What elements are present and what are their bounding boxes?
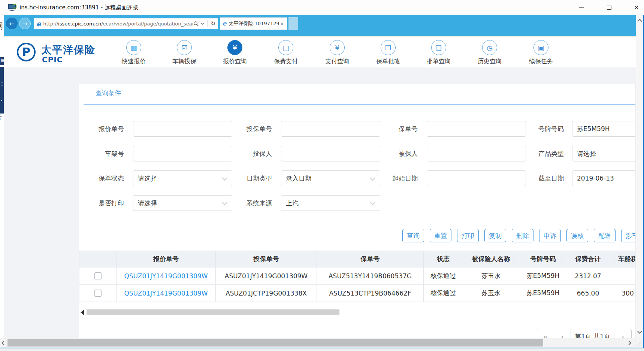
copy-check-icon: ❐ [381, 40, 396, 55]
system-source-select[interactable]: 上汽 [281, 195, 380, 211]
table-row: QSUZ01JY1419G001309W ASUZ01JY1419G001309… [79, 267, 636, 285]
brand-name: 太平洋保险 [41, 43, 96, 57]
resize-grip-icon[interactable] [637, 341, 641, 345]
status-cell: 核保通过 [424, 267, 463, 285]
browser-tab[interactable]: e 太平洋保险:10197129743... × [220, 17, 287, 30]
nav-item-payment-search[interactable]: ¥ 支付查询 [315, 40, 360, 66]
insured-name-cell: 苏玉永 [463, 285, 519, 302]
nav-item-history-search[interactable]: ◷ 历史查询 [467, 40, 512, 66]
clipboard-yen-icon: ¥ [227, 40, 242, 55]
quote-no-link[interactable]: QSUZ01JY1419G001309W [117, 285, 216, 302]
new-tab-button[interactable] [288, 17, 298, 30]
tab-close-icon[interactable]: × [279, 21, 285, 27]
nav-item-vehicle-insure[interactable]: ☑ 车辆投保 [162, 40, 207, 66]
column-header: 报价单号 [117, 251, 216, 267]
field-label: 起始日期 [360, 170, 418, 186]
plate-no-cell: 苏E5M59H [519, 267, 567, 285]
rdp-titlebar: ins.hc-insurance.com:33891 - 远程桌面连接 ✕ [0, 0, 644, 15]
nav-item-endorse-search[interactable]: ❏ 批单查询 [416, 40, 461, 66]
fragment-char: 网 [0, 21, 4, 31]
minimize-button[interactable] [572, 1, 590, 13]
browser-chrome: ← → e http://issue.cpic.com.cn/ecar/view… [4, 15, 636, 36]
scrollbar-thumb[interactable] [7, 339, 543, 347]
back-button[interactable]: ← [6, 18, 18, 29]
premium-total-cell: 665.00 [567, 285, 609, 302]
vehicle-tax-cell: 300 [609, 285, 636, 302]
field-label: 截至日期 [506, 170, 564, 186]
divider [79, 217, 636, 217]
plate-no-input[interactable]: 苏E5M59H [572, 121, 636, 137]
maximize-button[interactable] [601, 1, 618, 13]
remote-desktop-icon [7, 3, 16, 12]
nav-item-premium-pay[interactable]: ▤ 保费支付 [263, 40, 308, 66]
results-table: 报价单号 投保单号 保单号 状态 被保险人名称 号牌号码 保费合计 车船税 QS… [79, 251, 636, 302]
column-header: 保单号 [317, 251, 424, 267]
ie-tab-icon: e [223, 20, 226, 27]
application-no-cell: ASUZ01JCTP19G001338X [216, 285, 317, 302]
application-no-cell: ASUZ01JY1419G001309W [216, 267, 317, 285]
refresh-icon[interactable]: ↻ [211, 20, 215, 27]
field-label: 被保人 [360, 146, 418, 161]
nav-item-renewal-tasks[interactable]: ▣ 续保任务 [518, 40, 563, 66]
scroll-down-icon[interactable] [637, 329, 642, 334]
forward-button[interactable]: → [19, 18, 31, 29]
brand-abbr: CPIC [42, 55, 63, 64]
field-label: 产品类型 [506, 146, 564, 161]
vehicle-case-button[interactable]: 涉车 [621, 229, 636, 242]
nav-item-policy-endorse[interactable]: ❐ 保单批改 [366, 40, 411, 66]
minimize-icon [579, 7, 584, 8]
product-type-select[interactable]: 请选择 [572, 146, 636, 161]
scrollbar-thumb[interactable] [87, 309, 339, 315]
table-header-row: 报价单号 投保单号 保单号 状态 被保险人名称 号牌号码 保费合计 车船税 [79, 251, 636, 267]
quote-no-link[interactable]: QSUZ01JY1419G001309W [117, 267, 216, 285]
insured-name-cell: 苏玉永 [463, 267, 519, 285]
close-button[interactable]: ✕ [628, 1, 644, 13]
rdp-vertical-scrollbar[interactable] [636, 15, 643, 338]
section-title: 查询条件 [96, 89, 121, 97]
back-icon: ← [9, 20, 14, 27]
search-dropdown-icon[interactable] [201, 22, 204, 25]
delivery-button[interactable]: 配送 [594, 229, 616, 242]
ie-logo-icon: e [36, 20, 41, 28]
column-header: 被保险人名称 [463, 251, 519, 267]
end-date-input[interactable]: 2019-06-13 [572, 170, 636, 186]
url-text: http://issue.cpic.com.cn/ecar/view/porta… [43, 21, 193, 27]
mischeck-button[interactable]: 误核 [566, 229, 588, 242]
scroll-right-icon[interactable] [626, 341, 631, 345]
divider [102, 42, 102, 63]
rdp-horizontal-scrollbar[interactable] [0, 338, 644, 348]
appeal-button[interactable]: 申诉 [539, 229, 561, 242]
fragment-char: 舌 [0, 113, 4, 122]
scroll-left-icon[interactable] [81, 310, 84, 315]
row-checkbox[interactable] [94, 272, 102, 279]
calendar-check-icon: ▣ [533, 40, 548, 55]
query-button[interactable]: 查询 [402, 229, 424, 242]
host-desktop-edge [0, 348, 644, 351]
search-icon[interactable] [193, 21, 199, 27]
checkbox-column-header [79, 251, 117, 267]
fragment-tile: 目 [0, 57, 4, 65]
reset-button[interactable]: 重置 [430, 229, 451, 242]
policy-no-cell: ASUZ513CTP19B064662F [317, 285, 424, 302]
nav-item-quick-quote[interactable]: ▦ 快速报价 [111, 40, 156, 66]
address-bar[interactable]: e http://issue.cpic.com.cn/ecar/view/por… [34, 18, 218, 29]
print-button[interactable]: 打印 [457, 229, 479, 242]
column-header: 车船税 [609, 251, 636, 267]
delete-button[interactable]: 删除 [512, 229, 533, 242]
field-label: 系统来源 [214, 195, 272, 211]
vehicle-tax-cell [609, 267, 636, 285]
clock-icon: ◷ [482, 40, 497, 55]
copy-button[interactable]: 复制 [484, 229, 506, 242]
scroll-left-icon[interactable] [1, 341, 6, 345]
cpic-logo-icon: P [16, 42, 36, 62]
table-scrollbar[interactable] [79, 309, 636, 315]
site-header: P 太平洋保险 CPIC ▦ 快速报价 ☑ 车辆投保 ¥ 报价查询 ▤ 保费支付… [4, 36, 636, 67]
field-label: 日期类型 [214, 170, 272, 186]
scroll-up-icon[interactable] [637, 19, 642, 24]
nav-item-quote-search[interactable]: ¥ 报价查询 [212, 40, 257, 66]
forward-icon: → [22, 20, 27, 27]
search-panel: 查询条件 报价单号 投保单号 保单号 号牌号码 苏E5M59H 车架号 投保人 … [79, 83, 636, 342]
row-checkbox[interactable] [94, 290, 102, 297]
fragment-char: F [0, 42, 4, 51]
field-label: 投保单号 [214, 121, 272, 137]
